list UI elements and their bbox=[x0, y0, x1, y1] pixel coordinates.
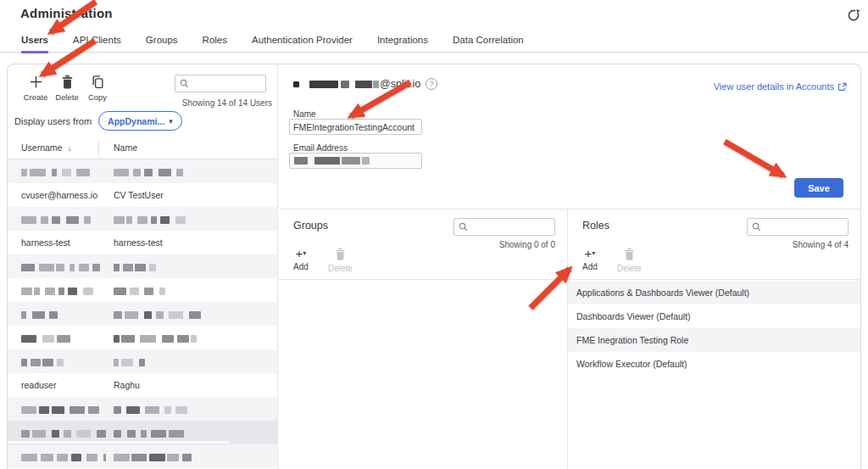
table-row[interactable]: cvuser@harness.ioCV TestUser bbox=[8, 183, 277, 207]
redaction-block bbox=[145, 406, 159, 414]
table-row[interactable]: readuserRaghu bbox=[8, 373, 277, 397]
role-list-item[interactable]: FME Inegration Testing Role bbox=[568, 328, 860, 352]
name-cell bbox=[114, 207, 270, 231]
redaction-block bbox=[21, 169, 27, 176]
roles-delete-button: Delete bbox=[617, 247, 642, 273]
table-row[interactable] bbox=[8, 254, 277, 278]
tab-data-correlation[interactable]: Data Correlation bbox=[453, 35, 524, 52]
table-row[interactable] bbox=[8, 349, 277, 373]
tab-roles[interactable]: Roles bbox=[203, 35, 227, 52]
redaction-block bbox=[159, 169, 171, 176]
table-row[interactable] bbox=[8, 159, 277, 183]
redaction-block bbox=[191, 335, 197, 343]
view-accounts-link[interactable]: View user details in Accounts bbox=[714, 81, 847, 92]
redaction-block bbox=[21, 311, 26, 319]
redaction-block bbox=[41, 216, 48, 224]
redaction-block bbox=[140, 335, 156, 343]
redaction-block bbox=[362, 157, 370, 165]
tab-users[interactable]: Users bbox=[21, 35, 48, 52]
groups-list bbox=[279, 281, 567, 469]
redaction-block bbox=[149, 454, 165, 461]
help-icon[interactable]: ? bbox=[426, 78, 437, 90]
table-row[interactable] bbox=[8, 326, 277, 349]
redaction-block bbox=[103, 454, 106, 461]
redaction-block bbox=[137, 216, 147, 224]
delete-user-button[interactable]: Delete bbox=[52, 74, 82, 102]
redaction-block bbox=[114, 216, 125, 224]
redaction-block bbox=[133, 169, 141, 176]
groups-count: Showing 0 of 0 bbox=[470, 240, 555, 249]
redaction-block bbox=[49, 311, 58, 319]
table-row[interactable] bbox=[8, 444, 277, 468]
table-row[interactable]: harness-testharness-test bbox=[8, 231, 277, 254]
users-count: Showing 14 of 14 Users bbox=[153, 98, 272, 108]
email-domain: @split.io bbox=[380, 78, 420, 90]
user-source-dropdown[interactable]: AppDynami... ▾ bbox=[98, 111, 182, 131]
redaction-block bbox=[121, 335, 135, 343]
copy-user-button[interactable]: Copy bbox=[82, 74, 113, 102]
role-list-item[interactable]: Applications & Dashboards Viewer (Defaul… bbox=[568, 281, 860, 304]
column-divider bbox=[98, 138, 99, 158]
redaction-block bbox=[176, 169, 183, 176]
redaction-block bbox=[164, 406, 171, 414]
redaction-block bbox=[130, 288, 139, 295]
groups-add-button[interactable]: +▾ Add bbox=[293, 248, 309, 271]
roles-search-input[interactable] bbox=[762, 222, 830, 232]
username-cell bbox=[21, 207, 106, 231]
save-button[interactable]: Save bbox=[794, 178, 843, 198]
groups-search[interactable] bbox=[453, 218, 555, 236]
redaction-block bbox=[32, 430, 46, 438]
redaction-block bbox=[41, 454, 53, 461]
admin-card: Create Delete Copy Showing 14 of 14 User… bbox=[7, 64, 861, 469]
redaction-block bbox=[57, 454, 68, 461]
tab-groups[interactable]: Groups bbox=[146, 35, 178, 52]
redaction-block bbox=[70, 264, 75, 271]
copy-label: Copy bbox=[88, 92, 107, 102]
table-row[interactable] bbox=[8, 397, 277, 421]
role-list-item[interactable]: Workflow Executor (Default) bbox=[568, 352, 860, 376]
table-row[interactable] bbox=[8, 302, 277, 326]
redaction-block bbox=[83, 288, 93, 295]
name-input[interactable] bbox=[289, 119, 422, 135]
horizontal-scrollbar[interactable] bbox=[8, 441, 230, 444]
redaction-block bbox=[167, 454, 179, 461]
users-search-input[interactable] bbox=[190, 79, 258, 88]
create-user-button[interactable]: Create bbox=[20, 74, 51, 102]
users-search[interactable] bbox=[175, 75, 266, 92]
table-row[interactable] bbox=[8, 207, 277, 231]
redaction-block bbox=[56, 264, 64, 271]
table-row[interactable] bbox=[8, 421, 277, 444]
refresh-icon[interactable] bbox=[845, 7, 862, 24]
redaction-block bbox=[52, 216, 60, 224]
redaction-block bbox=[42, 335, 54, 343]
email-input[interactable] bbox=[289, 153, 422, 169]
redaction-block bbox=[71, 454, 81, 461]
redaction-block bbox=[62, 169, 71, 176]
column-username[interactable]: Username↓ bbox=[21, 137, 71, 159]
table-row[interactable] bbox=[8, 278, 277, 302]
roles-search[interactable] bbox=[747, 218, 849, 236]
username-cell: readuser bbox=[21, 373, 106, 397]
username-cell bbox=[21, 159, 106, 183]
user-detail-panel: @split.io ? View user details in Account… bbox=[279, 64, 860, 209]
column-name[interactable]: Name bbox=[114, 137, 137, 159]
trash-icon bbox=[333, 247, 348, 261]
redaction-block bbox=[21, 288, 32, 295]
tab-authentication-provider[interactable]: Authentication Provider bbox=[252, 35, 353, 52]
tab-api-clients[interactable]: API Clients bbox=[73, 35, 121, 52]
redaction-block bbox=[144, 311, 152, 319]
groups-search-input[interactable] bbox=[469, 222, 537, 232]
redaction-block bbox=[58, 288, 64, 295]
username-cell bbox=[21, 278, 106, 302]
redaction-block bbox=[175, 216, 186, 224]
redaction-block bbox=[123, 264, 133, 271]
redaction-block bbox=[52, 169, 57, 176]
role-list-item[interactable]: Dashboards Viewer (Default) bbox=[568, 304, 860, 328]
roles-add-button[interactable]: +▾ Add bbox=[582, 248, 598, 271]
redaction-block bbox=[88, 406, 99, 414]
tab-integrations[interactable]: Integrations bbox=[377, 35, 428, 52]
redaction-block bbox=[182, 454, 192, 461]
plus-icon: +▾ bbox=[585, 248, 596, 260]
redaction-block bbox=[151, 430, 166, 438]
redaction-block bbox=[57, 335, 70, 343]
